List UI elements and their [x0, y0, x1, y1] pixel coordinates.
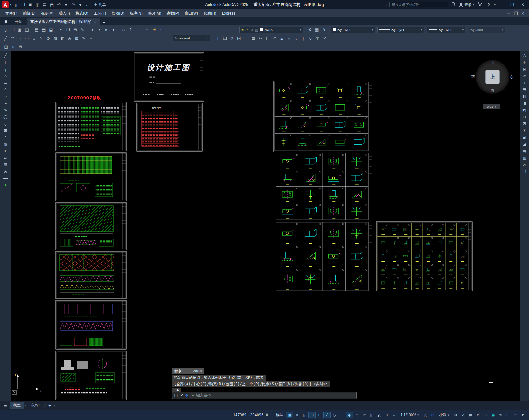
- infer-constraints-icon[interactable]: ◱: [301, 412, 308, 418]
- array-icon[interactable]: ⊞: [250, 35, 257, 42]
- mirror-icon[interactable]: ⋈: [236, 35, 243, 42]
- scale-icon[interactable]: ↕: [293, 35, 300, 42]
- polygon-icon[interactable]: ⌂: [2, 73, 10, 79]
- insert-block-icon[interactable]: ⊞: [2, 127, 10, 134]
- menu-item-4[interactable]: 格式(O): [73, 9, 91, 17]
- gradient-icon[interactable]: ◧: [59, 35, 66, 42]
- visual-styles-icon[interactable]: ◪: [520, 141, 528, 148]
- pan-icon[interactable]: ✛: [520, 59, 528, 66]
- layer-dropdown[interactable]: ☀ ☼ ⊘ ▤ AXIS ▾: [239, 27, 303, 33]
- lineweight-dropdown[interactable]: ByLayer ▾: [427, 27, 465, 33]
- cut-clip-icon[interactable]: ✂: [57, 26, 64, 33]
- polar-tracking-icon[interactable]: ∠: [323, 412, 331, 418]
- multiline-text-icon[interactable]: A: [2, 168, 10, 175]
- command-input-bar[interactable]: ⋮⋮ ✕ ⚙ » 键入命令: [172, 392, 357, 399]
- break-icon[interactable]: ∤: [300, 35, 307, 42]
- linetype-dropdown[interactable]: ByLayer ▾: [377, 27, 424, 33]
- help-icon[interactable]: ?: [127, 26, 134, 33]
- layer-color-chip[interactable]: [260, 28, 263, 31]
- sign-in-button[interactable]: 登录 ▾: [459, 2, 474, 7]
- table-icon[interactable]: ▦: [2, 161, 10, 168]
- gradient-icon[interactable]: ◐: [2, 148, 10, 154]
- wcs-selector[interactable]: WCS ▾: [483, 104, 500, 109]
- zoom-extents-icon[interactable]: ◉: [520, 66, 528, 73]
- object-snap-tracking-icon[interactable]: ✛: [338, 412, 346, 418]
- layer-lock-icon[interactable]: ⊘: [250, 27, 253, 33]
- dynamic-ucs-icon[interactable]: ⊿: [383, 412, 390, 418]
- layer-isolate-icon[interactable]: ◐: [158, 26, 165, 33]
- view-right-icon[interactable]: ◨: [520, 100, 528, 107]
- qnew-icon[interactable]: ▯: [13, 2, 20, 8]
- circle-icon[interactable]: ○: [2, 93, 10, 100]
- layer-states-icon[interactable]: ▦: [313, 26, 320, 33]
- undo-menu-icon[interactable]: ▾: [63, 2, 70, 8]
- sun-properties-icon[interactable]: ☀: [520, 127, 528, 134]
- customization-icon[interactable]: ≡: [512, 412, 519, 418]
- revision-cloud-icon[interactable]: ☁: [2, 100, 10, 107]
- trim-icon[interactable]: ✂: [257, 35, 264, 42]
- annotation-monitor-icon[interactable]: ✓: [460, 412, 467, 418]
- menu-item-9[interactable]: 参数(P): [164, 9, 182, 17]
- help-caret-icon[interactable]: ▾: [494, 3, 496, 6]
- autoscale-icon[interactable]: ⊕: [429, 412, 436, 418]
- redo-large-icon[interactable]: ▸: [103, 26, 110, 33]
- copy-icon[interactable]: ❏: [221, 35, 228, 42]
- publish-icon[interactable]: ⬓: [47, 26, 55, 33]
- search-input[interactable]: 键入关键字或短语: [389, 2, 448, 7]
- layer-thaw-sun-icon[interactable]: ☼: [246, 27, 249, 33]
- isolate-objects-icon[interactable]: ◌: [482, 412, 489, 418]
- view-top-icon[interactable]: ⬒: [520, 86, 528, 93]
- chamfer-icon[interactable]: ⊿: [278, 35, 285, 42]
- ellipse-icon[interactable]: ◯: [2, 114, 10, 120]
- spline-icon[interactable]: ∿: [2, 107, 10, 113]
- donut-icon[interactable]: ⊙: [45, 35, 52, 42]
- object-snap-icon[interactable]: ◆: [346, 412, 353, 418]
- layout-menu-icon[interactable]: ≡: [2, 402, 9, 409]
- drawing-compare-icon[interactable]: ◫: [2, 43, 10, 50]
- text-style-caret-icon[interactable]: ▾: [207, 37, 209, 40]
- add-layout-icon[interactable]: +: [46, 402, 53, 409]
- 3d-object-snap-icon[interactable]: ◭: [375, 412, 383, 418]
- rectangle-icon[interactable]: ▭: [2, 80, 10, 86]
- text-style-dropdown[interactable]: ✎ normal ▾: [173, 35, 210, 41]
- lock-ui-icon[interactable]: ⊘: [474, 412, 482, 418]
- zoom-previous-icon[interactable]: ⌂: [120, 26, 127, 33]
- count-icon[interactable]: ⊞: [17, 43, 24, 50]
- grid-icon[interactable]: ▦: [286, 412, 293, 418]
- doc-close-icon[interactable]: ✕: [519, 10, 527, 17]
- navigation-wheel-icon[interactable]: ◎: [520, 52, 528, 59]
- lineweight-display-icon[interactable]: ≡: [353, 412, 360, 418]
- new-drawing-tab-icon[interactable]: +: [100, 19, 108, 25]
- snap-mode-icon[interactable]: ⌗: [293, 412, 301, 418]
- layer-off-icon[interactable]: ☀: [151, 26, 158, 33]
- drawing-canvas[interactable]: 设计施工图图纸目录20070907修改YX 北 西 东 南 上 WCS ▾ 命令…: [11, 51, 520, 401]
- menu-item-1[interactable]: 编辑(E): [20, 9, 38, 17]
- plot-icon[interactable]: ▤: [33, 26, 40, 33]
- tab-model[interactable]: 模型: [10, 402, 24, 409]
- print-preview-icon[interactable]: ⬒: [48, 2, 55, 8]
- undo-icon[interactable]: ↶: [55, 2, 63, 8]
- spline-icon[interactable]: ∿: [37, 35, 45, 42]
- match-properties-icon[interactable]: ✎: [79, 26, 86, 33]
- show-motion-icon[interactable]: ▷: [520, 80, 528, 86]
- annotation-scale-button[interactable]: 1:1/100%▾: [399, 413, 421, 417]
- tab-drawing[interactable]: 重庆某酒店空中连廊钢结构工程图纸* ×: [27, 18, 100, 25]
- menu-item-11[interactable]: 帮助(H): [201, 9, 219, 17]
- help-icon[interactable]: ?: [485, 2, 492, 8]
- ucs-toggle-icon[interactable]: ⊿: [520, 161, 528, 168]
- undo-large-icon[interactable]: ◂: [89, 26, 96, 33]
- plot-preview-icon[interactable]: ⬒: [40, 26, 47, 33]
- view-cube[interactable]: 北 西 东 南 上: [476, 60, 509, 94]
- redo-icon[interactable]: ↷: [70, 2, 77, 8]
- viewport-controls-icon[interactable]: ▢: [520, 168, 528, 175]
- view-front-icon[interactable]: ◧: [520, 93, 528, 100]
- ellipse-arc-icon[interactable]: ◡: [2, 121, 10, 127]
- doc-restore-icon[interactable]: ❐: [512, 10, 519, 17]
- command-customize-icon[interactable]: ⚙: [185, 393, 188, 398]
- viewcube-east-label[interactable]: 东: [510, 74, 514, 80]
- status-menu-icon[interactable]: ▾: [519, 412, 527, 418]
- layer-previous-icon[interactable]: ⟲: [306, 26, 313, 33]
- table-icon[interactable]: ⊞: [73, 35, 80, 42]
- viewcube-west-label[interactable]: 西: [471, 74, 475, 80]
- open-file-icon[interactable]: ❐: [20, 2, 27, 8]
